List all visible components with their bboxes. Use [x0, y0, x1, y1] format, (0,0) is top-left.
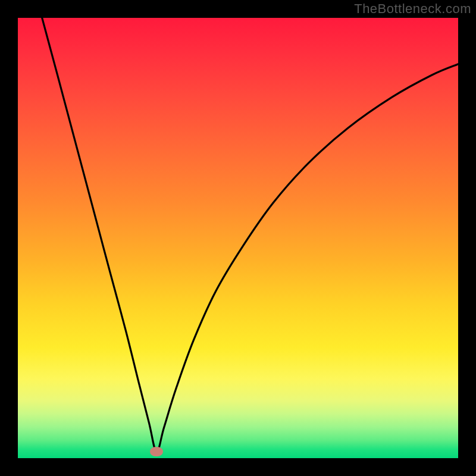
watermark-text: TheBottleneck.com [354, 1, 471, 17]
plot-area [18, 18, 458, 458]
chart-frame: TheBottleneck.com [0, 0, 476, 476]
bottleneck-curve [42, 18, 458, 452]
minimum-marker [150, 447, 163, 456]
curve-svg [18, 18, 458, 458]
